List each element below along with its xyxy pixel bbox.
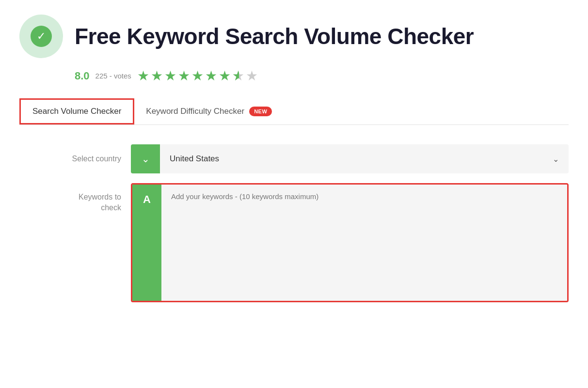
dropdown-arrow-icon: ⌄ <box>553 155 569 164</box>
tab-keyword-difficulty-label: Keyword Difficulty Checker <box>146 107 244 116</box>
new-badge: NEW <box>249 107 272 116</box>
country-row: Select country ⌄ United States ⌄ <box>19 144 569 173</box>
star-3: ★ <box>164 68 176 84</box>
tab-search-volume-checker[interactable]: Search Volume Checker <box>19 98 134 124</box>
keywords-row: Keywords tocheck A <box>19 183 569 302</box>
keywords-inner: A <box>132 185 567 301</box>
form-section: Select country ⌄ United States ⌄ Keyword… <box>19 144 569 302</box>
stars-container: ★ ★ ★ ★ ★ ★ ★ ★ ★ ★ <box>137 68 258 84</box>
logo-circle: ✓ <box>19 15 63 58</box>
rating-section: 8.0 225 - votes ★ ★ ★ ★ ★ ★ ★ ★ ★ ★ <box>75 68 569 84</box>
star-6: ★ <box>205 68 217 84</box>
keywords-icon-box: A <box>132 185 161 301</box>
country-value: United States <box>160 154 553 164</box>
star-2: ★ <box>151 68 163 84</box>
country-dropdown[interactable]: ⌄ United States ⌄ <box>131 144 569 173</box>
star-1: ★ <box>137 68 149 84</box>
keywords-label: Keywords tocheck <box>19 183 131 214</box>
chevron-down-icon: ✓ <box>31 26 52 47</box>
dropdown-chevron-icon: ⌄ <box>142 153 150 165</box>
keywords-textarea[interactable] <box>161 185 567 301</box>
rating-score: 8.0 <box>75 70 90 82</box>
tabs-section: Search Volume Checker Keyword Difficulty… <box>19 98 569 125</box>
dropdown-icon-box: ⌄ <box>131 144 160 173</box>
star-9-empty: ★ <box>246 68 258 84</box>
star-7: ★ <box>219 68 231 84</box>
star-8-half: ★ ★ <box>232 68 244 84</box>
tab-keyword-difficulty[interactable]: Keyword Difficulty Checker NEW <box>134 100 284 123</box>
page-wrapper: ✓ Free Keyword Search Volume Checker 8.0… <box>0 0 588 326</box>
country-label: Select country <box>19 155 131 163</box>
star-5: ★ <box>191 68 204 84</box>
keywords-a-icon: A <box>143 193 151 206</box>
page-title: Free Keyword Search Volume Checker <box>75 23 474 49</box>
header-section: ✓ Free Keyword Search Volume Checker <box>19 15 569 58</box>
star-4: ★ <box>178 68 190 84</box>
keywords-container[interactable]: A <box>131 183 569 302</box>
rating-votes: 225 - votes <box>95 72 131 80</box>
